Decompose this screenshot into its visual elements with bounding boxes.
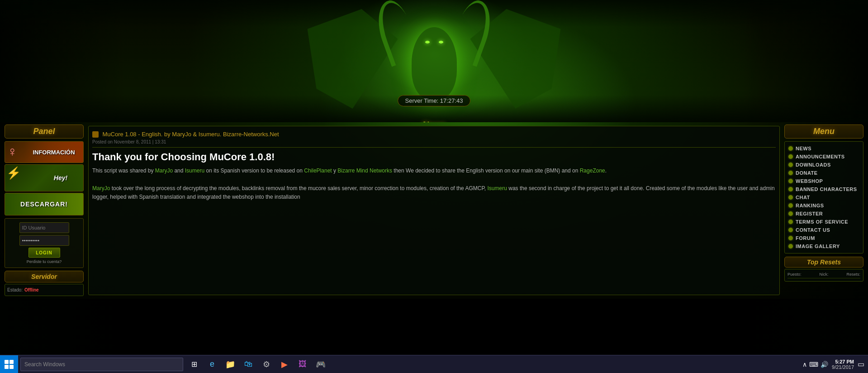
menu-dot-contact: [788, 228, 793, 232]
descargar-button[interactable]: DESCARGAR!: [5, 193, 84, 215]
body-paragraph-2: MaryJo took over the long process of dec…: [92, 184, 776, 201]
menu-label-downloads: DOWNLOADS: [796, 162, 831, 167]
info-button[interactable]: ♀ INFORMACIÓN: [5, 141, 84, 163]
menu-dot-terms: [788, 220, 793, 224]
game-button[interactable]: 🎮: [312, 356, 329, 373]
photos-button[interactable]: 🖼: [294, 356, 311, 373]
login-form: LOGIN Perdiste tu cuenta?: [5, 218, 84, 268]
article-main-title: Thank you for Choosing MuCore 1.0.8!: [92, 151, 776, 163]
media-icon: ▶: [281, 359, 288, 369]
tray-volume[interactable]: 🔊: [821, 361, 828, 368]
top-resets-box: Puesto: Nick: Resets:: [784, 269, 863, 282]
left-panel: Panel ♀ INFORMACIÓN ⚡ Hey! DESCARGAR!: [5, 122, 84, 299]
chileplanet-link[interactable]: ChilePlanet: [304, 167, 332, 174]
menu-dot-chat: [788, 195, 793, 200]
menu-item-announcements[interactable]: ANNOUNCEMENTS: [787, 153, 860, 161]
menu-item-rankings[interactable]: RANKINGS: [787, 201, 860, 210]
show-desktop-button[interactable]: ▭: [858, 360, 864, 368]
hey-button[interactable]: ⚡ Hey!: [5, 164, 84, 191]
edge-button[interactable]: e: [204, 356, 221, 373]
menu-dot-downloads: [788, 163, 793, 167]
ragezone-link[interactable]: RageZone: [580, 167, 605, 174]
password-input[interactable]: [19, 235, 69, 246]
menu-label-webshop: WEBSHOP: [796, 178, 823, 184]
clock-date: 9/21/2017: [832, 364, 854, 370]
game-icon: 🎮: [316, 359, 326, 369]
server-time-text: Server Time: 17:27:43: [405, 97, 463, 104]
menu-label-announcements: ANNOUNCEMENTS: [796, 154, 845, 159]
descargar-label: DESCARGAR!: [20, 201, 68, 208]
menu-dot-banned: [788, 187, 793, 191]
menu-item-contact[interactable]: CONTACT US: [787, 226, 860, 234]
menu-label-donate: DONATE: [796, 170, 818, 176]
hey-label: Hey!: [54, 174, 67, 182]
tray-keyboard[interactable]: ⌨: [809, 361, 818, 368]
store-button[interactable]: 🛍: [240, 356, 257, 373]
servidor-title: Servidor: [5, 271, 84, 282]
menu-item-forum[interactable]: FORUM: [787, 234, 860, 242]
menu-item-terms[interactable]: TERMS OF SERVICE: [787, 218, 860, 226]
menu-dot-gallery: [788, 244, 793, 249]
col-resets: Resets:: [846, 272, 860, 277]
start-button[interactable]: [0, 355, 18, 373]
logo-br: [9, 365, 14, 369]
menu-item-donate[interactable]: DONATE: [787, 169, 860, 177]
menu-item-downloads[interactable]: DOWNLOADS: [787, 161, 860, 169]
clock-time: 5:27 PM: [832, 359, 854, 364]
bizarre-link[interactable]: Bizarre Mind Networks: [337, 167, 392, 174]
logo-tr: [9, 360, 14, 364]
menu-item-webshop[interactable]: WEBSHOP: [787, 177, 860, 185]
system-clock[interactable]: 5:27 PM 9/21/2017: [832, 359, 854, 370]
menu-label-terms: TERMS OF SERVICE: [796, 219, 848, 225]
menu-item-news[interactable]: NEWS: [787, 144, 860, 153]
search-text: Search Windows: [24, 361, 65, 368]
task-view-button[interactable]: ⊞: [185, 356, 203, 373]
tray-chevron[interactable]: ∧: [802, 361, 807, 368]
menu-label-chat: CHAT: [796, 195, 810, 200]
info-label-bg: INFORMACIÓN: [24, 142, 83, 163]
menu-item-gallery[interactable]: IMAGE GALLERY: [787, 242, 860, 250]
eye-left: [425, 41, 430, 43]
file-explorer-button[interactable]: 📁: [222, 356, 239, 373]
y-text: y: [333, 167, 336, 174]
news-box[interactable]: MuCore 1.08 - English. by MaryJo & Isume…: [88, 126, 780, 295]
info-label: INFORMACIÓN: [33, 149, 75, 156]
logo-bl: [5, 365, 9, 369]
body-paragraph-1: This script was shared by MaryJo and Isu…: [92, 167, 776, 175]
article-body: This script was shared by MaryJo and Isu…: [92, 167, 776, 201]
taskbar-search[interactable]: Search Windows: [20, 358, 183, 371]
article-title[interactable]: MuCore 1.08 - English. by MaryJo & Isume…: [102, 131, 279, 138]
posted-text: Posted on November 8, 2011 | 13:31: [92, 139, 166, 144]
maryjo-link-2[interactable]: MaryJo: [92, 185, 110, 191]
isumeru-link-2[interactable]: Isumeru: [488, 185, 507, 191]
isumeru-link-1[interactable]: Isumeru: [185, 167, 204, 174]
center-news: MuCore 1.08 - English. by MaryJo & Isume…: [86, 122, 782, 299]
media-button[interactable]: ▶: [276, 356, 293, 373]
hey-label-bg: Hey!: [38, 165, 83, 191]
menu-item-chat[interactable]: CHAT: [787, 193, 860, 201]
file-explorer-icon: 📁: [225, 359, 235, 369]
menu-dot-webshop: [788, 179, 793, 183]
article-posted: Posted on November 8, 2011 | 13:31: [92, 139, 776, 144]
info-char: ♀: [7, 144, 18, 159]
demon-body: [412, 27, 457, 100]
username-input[interactable]: [19, 222, 69, 233]
taskbar-right: ∧ ⌨ 🔊 5:27 PM 9/21/2017 ▭: [802, 359, 868, 370]
menu-dot-forum: [788, 236, 793, 240]
hey-char: ⚡: [6, 166, 21, 180]
menu-label-rankings: RANKINGS: [796, 203, 824, 208]
menu-label-forum: FORUM: [796, 235, 815, 241]
col-puesto: Puesto:: [787, 272, 802, 277]
panel-title: Panel: [5, 124, 84, 139]
menu-label-news: NEWS: [796, 146, 811, 151]
menu-item-register[interactable]: REGISTER: [787, 210, 860, 218]
forgot-link[interactable]: Perdiste tu cuenta?: [27, 259, 62, 264]
edge-icon: e: [210, 359, 214, 369]
menu-item-banned[interactable]: BANNED CHARACTERS: [787, 185, 860, 193]
maryjo-link-1[interactable]: MaryJo: [155, 167, 173, 174]
menu-dot-rankings: [788, 203, 793, 208]
login-button[interactable]: LOGIN: [28, 248, 60, 258]
settings-button[interactable]: ⚙: [258, 356, 275, 373]
demon-area: Server Time: 17:27:43 News: [0, 0, 868, 122]
taskbar: Search Windows ⊞ e 📁 🛍 ⚙ ▶ 🖼: [0, 355, 868, 373]
